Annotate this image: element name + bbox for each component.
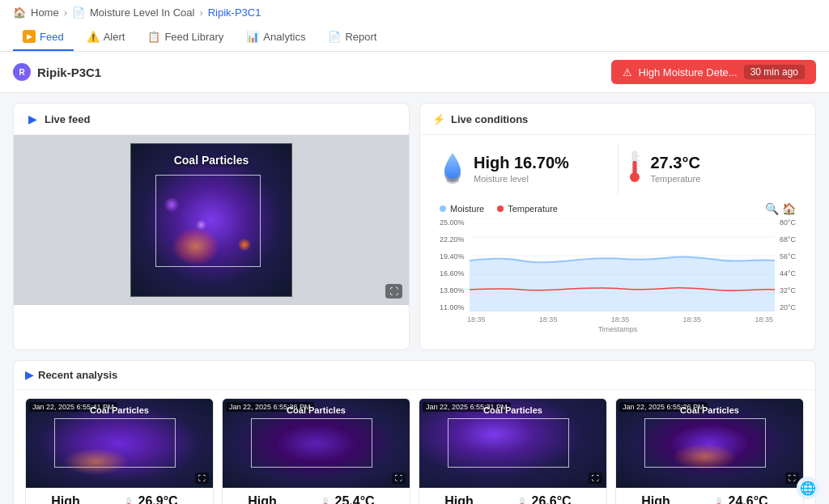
analysis-expand-2[interactable]: ⛶ [589, 472, 602, 484]
alert-badge[interactable]: ⚠ High Moisture Dete... 30 min ago [611, 60, 816, 84]
analytics-icon: 📊 [246, 31, 259, 43]
analysis-stats-3: High 16.90% Moisture level 24.6°C Tempe [616, 488, 803, 504]
tab-alert[interactable]: ⚠️ Alert [77, 24, 135, 51]
live-feed-expand-button[interactable]: ⛶ [385, 284, 402, 299]
temp-val-0: 26.9°C [138, 494, 184, 504]
moisture-val-2: High 16.60% [444, 494, 508, 504]
moisture-val-0: High 16.90% [51, 494, 115, 504]
stat-moisture-2: High 16.60% Moisture level [427, 494, 509, 504]
stat-moisture-3: High 16.90% Moisture level [624, 494, 706, 504]
analysis-stats-2: High 16.60% Moisture level 26.6°C Tempe [419, 488, 606, 504]
temperature-info: 27.3°C Temperature [651, 154, 701, 184]
analysis-expand-0[interactable]: ⛶ [195, 472, 209, 484]
live-feed-panel-icon: ▶ [25, 112, 40, 126]
tab-analytics[interactable]: 📊 Analytics [236, 24, 315, 51]
live-feed-title: Live feed [45, 113, 90, 125]
breadcrumb-level1[interactable]: Moisture Level In Coal [90, 6, 194, 19]
analysis-img-1: Jan 22, 2025 6:55:36 PM Coal Particles ⛶ [223, 399, 410, 488]
analysis-stats-0: High 16.90% Moisture level 26.9°C Tempe [26, 488, 213, 504]
device-header: R Ripik-P3C1 ⚠ High Moisture Dete... 30 … [0, 52, 829, 93]
analysis-card-1: Jan 22, 2025 6:55:36 PM Coal Particles ⛶… [222, 398, 410, 504]
live-feed-content: Coal Particles ⛶ [14, 135, 409, 305]
analysis-coal-label-3: Coal Particles [680, 405, 739, 415]
alert-triangle-icon: ⚠ [623, 66, 632, 78]
recent-analysis-title: Recent analysis [38, 369, 117, 381]
stat-moisture-0: High 16.90% Moisture level [34, 494, 116, 504]
chart-svg [470, 218, 775, 311]
legend-moisture: Moisture [440, 204, 484, 214]
analysis-img-3: Jan 22, 2025 6:55:26 PM Coal Particles ⛶ [616, 399, 803, 488]
recent-analysis-header: ▶ Recent analysis [14, 361, 815, 390]
stat-moisture-1: High 17.40% Moisture level [231, 494, 312, 504]
analysis-highlight-0 [63, 448, 129, 475]
recent-analysis-icon: ▶ [25, 369, 33, 381]
analysis-stats-1: High 17.40% Moisture level 25.4°C Tempe [223, 488, 410, 504]
temperature-icon [627, 150, 643, 188]
legend-temperature-label: Temperature [508, 204, 558, 214]
analysis-coal-label-1: Coal Particles [287, 405, 346, 415]
live-conditions-icon: ⚡ [432, 112, 446, 126]
analysis-coal-label-0: Coal Particles [90, 405, 149, 415]
moisture-val-1: High 17.40% [248, 494, 312, 504]
tab-bar: ▶ Feed ⚠️ Alert 📋 Feed Library 📊 Analyti… [13, 23, 816, 51]
alert-time: 30 min ago [744, 65, 805, 79]
report-icon: 📄 [328, 31, 341, 43]
analysis-img-2: Jan 22, 2025 6:55:31 PM Coal Particles ⛶ [419, 399, 606, 488]
analysis-grid: Jan 22, 2025 6:55:41 PM Coal Particles ⛶… [14, 390, 815, 504]
legend-moisture-dot [440, 205, 446, 212]
device-icon: R [13, 63, 31, 81]
temp-val-2: 26.6°C [532, 494, 577, 504]
tab-alert-label: Alert [104, 31, 125, 43]
sep1: › [64, 6, 67, 19]
device-name: Ripik-P3C1 [37, 66, 101, 79]
home-icon: 🏠 [13, 6, 26, 19]
alert-text: High Moisture Dete... [639, 66, 738, 78]
tab-feed-label: Feed [40, 31, 64, 43]
temperature-value: 27.3°C [651, 154, 701, 172]
temperature-metric-card: 27.3°C Temperature [619, 143, 805, 194]
top-nav: 🏠 Home › 📄 Moisture Level In Coal › Ripi… [0, 0, 829, 52]
svg-point-1 [446, 177, 459, 184]
analysis-coal-label-2: Coal Particles [483, 405, 542, 415]
analysis-card-2: Jan 22, 2025 6:55:31 PM Coal Particles ⛶… [419, 398, 607, 504]
temperature-label: Temperature [651, 174, 701, 184]
tab-analytics-label: Analytics [263, 31, 305, 43]
live-conditions-title: Live conditions [451, 113, 528, 125]
device-name-container: R Ripik-P3C1 [13, 63, 101, 81]
breadcrumb-home[interactable]: Home [31, 6, 59, 19]
legend-moisture-label: Moisture [450, 204, 484, 214]
sep2: › [199, 6, 202, 19]
coal-image: Coal Particles [130, 143, 292, 297]
chart-zoom-icon[interactable]: 🔍 [765, 202, 779, 215]
stat-temp-1: 25.4°C Temperature [321, 494, 402, 504]
y-axis-right: 80°C 68°C 56°C 44°C 32°C 20°C [776, 218, 796, 311]
live-conditions-panel: ⚡ Live conditions [419, 103, 816, 350]
analysis-expand-1[interactable]: ⛶ [392, 472, 406, 484]
stats-row-2: High 16.60% Moisture level 26.6°C Tempe [427, 494, 598, 504]
moisture-label: Moisture level [474, 174, 569, 184]
breadcrumb: 🏠 Home › 📄 Moisture Level In Coal › Ripi… [13, 0, 816, 23]
tab-report[interactable]: 📄 Report [318, 24, 386, 51]
tab-feed[interactable]: ▶ Feed [13, 23, 74, 51]
tab-feed-library[interactable]: 📋 Feed Library [138, 24, 233, 51]
metrics-row: High 16.70% Moisture level [432, 143, 804, 194]
alert-icon: ⚠️ [87, 31, 100, 43]
svg-point-4 [630, 172, 640, 182]
stat-temp-3: 24.6°C Temperature [714, 494, 796, 504]
live-conditions-content: High 16.70% Moisture level [420, 135, 815, 349]
tab-report-label: Report [345, 31, 376, 43]
live-feed-header: ▶ Live feed [14, 104, 409, 135]
analysis-img-0: Jan 22, 2025 6:55:41 PM Coal Particles ⛶ [26, 399, 213, 488]
moisture-metric-card: High 16.70% Moisture level [432, 143, 619, 194]
stats-row-0: High 16.90% Moisture level 26.9°C Tempe [34, 494, 205, 504]
globe-icon[interactable]: 🌐 [797, 476, 819, 499]
coal-highlight [172, 227, 219, 265]
svg-rect-3 [632, 161, 636, 174]
breadcrumb-current[interactable]: Ripik-P3C1 [208, 6, 261, 19]
analysis-box-2 [448, 418, 569, 468]
moisture-value: High 16.70% [474, 154, 569, 172]
analysis-card-3: Jan 22, 2025 6:55:26 PM Coal Particles ⛶… [615, 398, 804, 504]
stat-temp-0: 26.9°C Temperature [124, 494, 206, 504]
chart-home-icon[interactable]: 🏠 [782, 202, 796, 215]
stats-row-3: High 16.90% Moisture level 24.6°C Tempe [624, 494, 795, 504]
